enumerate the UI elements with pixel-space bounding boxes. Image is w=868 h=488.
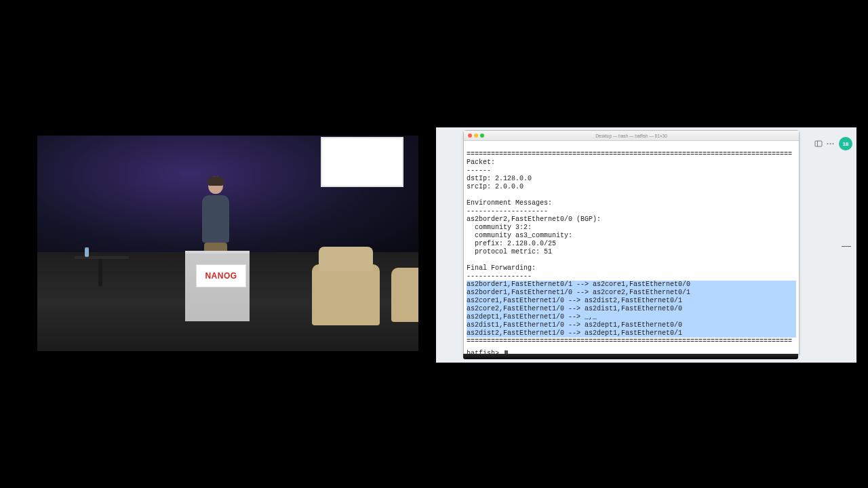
side-table-leg — [98, 259, 102, 286]
packet-sep: ------ — [467, 167, 491, 174]
env-line: prefix: 2.128.0.0/25 — [467, 240, 556, 247]
srcip-line: srcIp: 2.0.0.0 — [467, 183, 524, 190]
more-icon[interactable]: ··· — [827, 140, 835, 148]
env-sep: -------------------- — [467, 207, 548, 215]
water-bottle — [85, 247, 89, 257]
terminal-title-text: Desktop — bash — batfish — 81×30 — [595, 134, 667, 138]
podium-sign: NANOG — [196, 264, 246, 287]
separator-line: ========================================… — [467, 338, 792, 345]
fwd-row: as2border1,FastEthernet1/0 --> as2core2,… — [467, 289, 796, 297]
terminal-bottom-strip — [463, 354, 798, 359]
fwd-row: as2core2,FastEthernet1/0 --> as2dist1,Fa… — [467, 305, 796, 313]
env-line: protocol metric: 51 — [467, 248, 552, 256]
fwd-row: as2dist1,FastEthernet1/0 --> as2dept1,Fa… — [467, 321, 796, 329]
terminal-body[interactable]: ========================================… — [464, 141, 799, 361]
terminal-window[interactable]: Desktop — bash — batfish — 81×30 =======… — [463, 130, 800, 355]
minimize-window-icon[interactable] — [474, 134, 478, 138]
window-traffic-lights[interactable] — [464, 134, 484, 138]
desktop-screenshare: ··· 18 — Desktop — bash — batfish — 81×3… — [436, 127, 856, 363]
env-line: community 3:2: — [467, 224, 532, 231]
panel-toggle-icon[interactable] — [814, 140, 823, 148]
desktop-top-right-controls: ··· 18 — [814, 137, 852, 150]
terminal-titlebar[interactable]: Desktop — bash — batfish — 81×30 — [464, 131, 799, 141]
separator-line: ========================================… — [467, 150, 792, 158]
armchair-2 — [391, 268, 418, 322]
env-line: community as3_community: — [467, 232, 572, 239]
projector-screen — [321, 137, 403, 187]
avatar-badge[interactable]: 18 — [839, 137, 852, 150]
maximize-window-icon[interactable] — [480, 134, 484, 138]
collapse-icon[interactable]: — — [842, 240, 851, 251]
fwd-row: as2border1,FastEthernet0/1 --> as2core1,… — [467, 281, 796, 289]
packet-header: Packet: — [467, 159, 495, 166]
fwd-row: as2dist2,FastEthernet1/0 --> as2dept1,Fa… — [467, 329, 796, 338]
presentation-video-still: NANOG — [37, 136, 418, 351]
armchair-1 — [312, 264, 380, 325]
fwd-row: as2core1,FastEthernet1/0 --> as2dist2,Fa… — [467, 297, 796, 305]
close-window-icon[interactable] — [468, 134, 472, 138]
fwd-header: Final Forwarding: — [467, 264, 536, 272]
fwd-sep: ---------------- — [467, 272, 532, 280]
fwd-row: as2dept1,FastEthernet1/0 --> _,_ — [467, 313, 796, 321]
env-line: as2border2,FastEthernet0/0 (BGP): — [467, 216, 601, 223]
svg-rect-0 — [815, 141, 822, 146]
env-header: Environment Messages: — [467, 199, 552, 207]
dstip-line: dstIp: 2.128.0.0 — [467, 175, 532, 182]
